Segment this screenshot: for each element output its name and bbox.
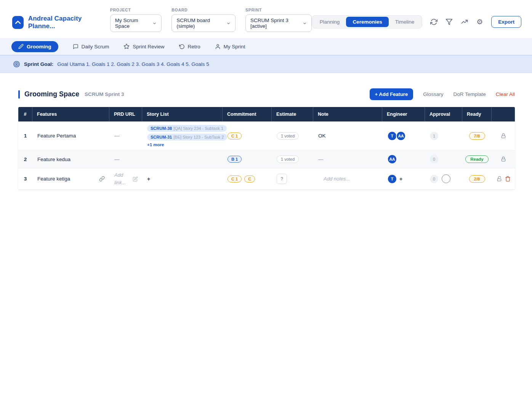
more-stories-link[interactable]: +1 more (147, 142, 164, 147)
prd-url-cell: Add link... (109, 168, 142, 189)
row-number: 1 (18, 121, 32, 150)
ready-cell: 2/8 (462, 168, 492, 189)
approval-count-badge: 1 (430, 132, 438, 140)
clear-all-link[interactable]: Clear All (496, 91, 515, 97)
chevron-down-icon (152, 21, 157, 26)
commitment-cell: C 1 C (223, 168, 272, 189)
nav-item-sprint-review[interactable]: Sprint Review (123, 43, 164, 50)
edit-icon[interactable] (133, 176, 138, 182)
comment-icon (73, 44, 79, 50)
trash-icon[interactable] (505, 176, 511, 182)
nav-item-retro[interactable]: Retro (179, 44, 200, 50)
chevron-down-icon (226, 21, 231, 26)
feature-name[interactable]: Feature Pertama (32, 121, 109, 150)
commitment-badge[interactable]: C (244, 176, 255, 182)
estimate-unknown-button[interactable]: ? (277, 174, 287, 184)
glossary-link[interactable]: Glossary (423, 91, 443, 97)
commitment-cell: B 1 (223, 150, 272, 168)
sprint-goal-label: Sprint Goal: (24, 61, 53, 67)
lock-icon[interactable] (500, 133, 506, 139)
add-engineer-button[interactable]: + (399, 176, 402, 182)
board-select-value: SCRUM board (simple) (176, 18, 222, 29)
prd-url-cell: — (109, 150, 142, 168)
estimate-cell: 1 voted (272, 150, 313, 168)
lock-icon[interactable] (500, 156, 506, 162)
commitment-badge[interactable]: C 1 (228, 176, 242, 182)
view-switcher: Planning Ceremonies Timeline (312, 15, 422, 29)
ready-cell: Ready (462, 150, 492, 168)
engineer-avatar[interactable]: AA (396, 131, 406, 141)
note-cell[interactable]: — (313, 150, 382, 168)
unlock-icon[interactable] (496, 176, 502, 182)
board-select[interactable]: SCRUM board (simple) (171, 14, 236, 32)
app-logo-icon[interactable] (12, 16, 24, 29)
engineer-avatar[interactable]: T (387, 174, 397, 184)
ready-badge[interactable]: Ready (465, 155, 489, 163)
col-header-actions (492, 107, 515, 121)
sprint-goal-text: Goal Utama 1. Goals 1 2. Goals 2 3. Goal… (57, 61, 209, 67)
grooming-table: # Features PRD URL Story List Commitment… (18, 107, 515, 190)
add-notes-placeholder[interactable]: Add notes... (324, 176, 350, 182)
table-header-row: # Features PRD URL Story List Commitment… (18, 107, 515, 121)
section-actions: + Add Feature Glossary DoR Template Clea… (370, 88, 515, 100)
target-icon (13, 61, 20, 68)
nav-item-daily-scrum[interactable]: Daily Scrum (73, 44, 109, 50)
add-story-button[interactable]: + (147, 176, 150, 182)
refresh-icon[interactable] (430, 18, 437, 26)
col-header-estimate: Estimate (272, 107, 313, 121)
star-icon (123, 43, 130, 50)
feature-name[interactable]: Feature kedua (32, 150, 109, 168)
voted-badge[interactable]: 1 voted (277, 155, 299, 163)
section-head: Grooming Space SCRUM Sprint 3 + Add Feat… (18, 88, 515, 100)
page-title: Grooming Space (24, 90, 79, 98)
export-button[interactable]: Export (491, 16, 521, 28)
ready-badge[interactable]: 7/8 (469, 132, 485, 140)
ready-badge[interactable]: 2/8 (469, 175, 485, 183)
commitment-badge[interactable]: B 1 (228, 156, 242, 163)
nav-item-label: Grooming (27, 44, 51, 50)
tab-ceremonies[interactable]: Ceremonies (346, 17, 388, 27)
row-actions-cell (492, 121, 515, 150)
prd-url-cell: — (109, 121, 142, 150)
add-feature-button[interactable]: + Add Feature (370, 88, 413, 100)
approval-cell: 0 (425, 168, 462, 189)
note-cell[interactable]: OK (313, 121, 382, 150)
col-header-story-list: Story List (142, 107, 223, 121)
story-key: SCRUM-31 (151, 135, 172, 139)
estimate-cell: 1 voted (272, 121, 313, 150)
nav-item-label: Retro (188, 44, 200, 50)
feature-name[interactable]: Feature ketiga (37, 176, 70, 182)
story-key: SCRUM-38 (151, 126, 172, 131)
engineer-cell: T + (382, 168, 425, 189)
estimate-cell: ? (272, 168, 313, 189)
filter-icon[interactable] (445, 18, 453, 26)
board-label: BOARD (171, 8, 236, 12)
project-select[interactable]: My Scrum Space (110, 14, 162, 32)
tab-planning[interactable]: Planning (313, 17, 346, 27)
approval-count-badge: 0 (430, 155, 438, 163)
project-selector-group: PROJECT My Scrum Space (110, 8, 162, 32)
sprint-select[interactable]: SCRUM Sprint 3 [active] (245, 14, 312, 32)
engineer-avatar[interactable]: AA (387, 154, 397, 164)
story-chip[interactable]: SCRUM-31[BE] Story 123 - SubTask 2 (147, 134, 227, 141)
ceremonies-nav: Grooming Daily Scrum Sprint Review Retro… (0, 38, 532, 55)
nav-item-grooming[interactable]: Grooming (11, 41, 58, 52)
story-chip[interactable]: SCRUM-38[QA] Story 234 - Subtask 1 (147, 125, 227, 132)
gear-icon[interactable]: ⚙ (476, 18, 483, 26)
voted-badge[interactable]: 1 voted (277, 132, 299, 140)
col-header-prd-url: PRD URL (109, 107, 142, 121)
app-title: Andreal Capacity Planne... (28, 15, 100, 30)
tab-timeline[interactable]: Timeline (389, 17, 421, 27)
dor-template-link[interactable]: DoR Template (453, 91, 486, 97)
header-right: Planning Ceremonies Timeline ⚙ Export (312, 15, 521, 29)
link-icon[interactable] (99, 176, 105, 182)
approval-toggle-circle[interactable] (442, 174, 450, 183)
trend-icon[interactable] (461, 18, 468, 26)
nav-item-my-sprint[interactable]: My Sprint (215, 44, 245, 50)
feature-cell: Feature ketiga (32, 168, 109, 189)
table-row: 3 Feature ketiga Add link... + C 1 C ? A… (18, 168, 515, 190)
title-accent-bar (18, 90, 20, 99)
add-link-placeholder[interactable]: Add link... (114, 171, 130, 186)
commitment-badge[interactable]: C 1 (228, 133, 242, 139)
story-list-cell (142, 150, 223, 168)
